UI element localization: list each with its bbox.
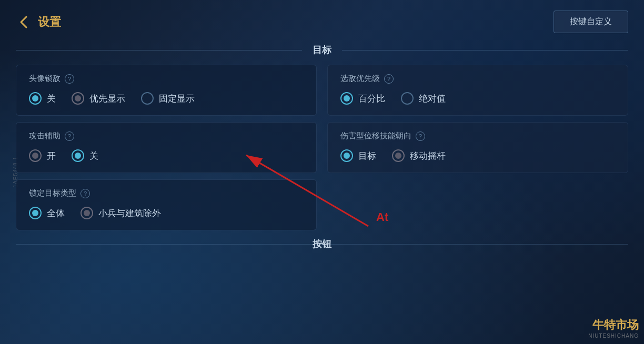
head-lock-radio-fixed [141, 92, 154, 105]
attack-assist-option-on[interactable]: 开 [29, 149, 56, 162]
lock-target-type-radio-group: 全体 小兵与建筑除外 [29, 207, 304, 219]
head-lock-option-priority[interactable]: 优先显示 [72, 92, 125, 105]
head-lock-priority-label: 优先显示 [89, 93, 125, 105]
target-priority-percent-label: 百分比 [358, 93, 385, 105]
head-lock-option-off[interactable]: 关 [29, 92, 56, 105]
attack-assist-help-icon[interactable]: ? [65, 131, 74, 141]
damage-skill-dir-target-label: 目标 [358, 150, 376, 162]
attack-assist-block: 攻击辅助 ? 开 关 [16, 122, 317, 173]
attack-assist-radio-on [29, 149, 42, 162]
damage-skill-dir-joystick-label: 移动摇杆 [410, 150, 446, 162]
lock-target-all-radio [29, 207, 42, 219]
right-column: 选敌优先级 ? 百分比 绝对值 伤害型位移技能朝向 [327, 65, 628, 230]
head-lock-help-icon[interactable]: ? [65, 74, 74, 84]
button-section-title: 按钮 [16, 238, 628, 250]
head-lock-option-fixed[interactable]: 固定显示 [141, 92, 195, 105]
target-priority-radio-group: 百分比 绝对值 [340, 92, 615, 105]
damage-skill-dir-block: 伤害型位移技能朝向 ? 目标 移动摇杆 [327, 122, 628, 173]
lock-target-type-block: 锁定目标类型 ? 全体 小兵与建筑除外 [16, 179, 317, 230]
damage-skill-dir-target[interactable]: 目标 [340, 149, 376, 162]
head-lock-block: 头像锁敌 ? 关 优先显示 固定显示 [16, 65, 317, 116]
head-lock-radio-group: 关 优先显示 固定显示 [29, 92, 304, 105]
watermark-sub: NIUTESHICHANG [588, 333, 639, 339]
attack-assist-on-label: 开 [47, 150, 56, 162]
damage-skill-dir-help-icon[interactable]: ? [416, 131, 425, 141]
target-priority-absolute-radio [401, 92, 414, 105]
head-lock-label: 头像锁敌 ? [29, 74, 304, 84]
attack-assist-off-label: 关 [89, 150, 98, 162]
damage-skill-dir-label: 伤害型位移技能朝向 ? [340, 131, 615, 141]
damage-skill-dir-target-radio [340, 149, 353, 162]
attack-assist-radio-off [72, 149, 84, 162]
settings-title: 设置 [38, 14, 61, 30]
head-lock-fixed-label: 固定显示 [159, 93, 195, 105]
bottom-area: 按钮 [16, 238, 628, 250]
target-priority-block: 选敌优先级 ? 百分比 绝对值 [327, 65, 628, 116]
target-priority-percent[interactable]: 百分比 [340, 92, 385, 105]
target-section-title-row: 目标 [16, 44, 628, 56]
header: 设置 按键自定义 [16, 11, 628, 33]
head-lock-off-label: 关 [47, 93, 56, 105]
left-column: 头像锁敌 ? 关 优先显示 固定显示 [16, 65, 317, 230]
head-lock-radio-priority [72, 92, 84, 105]
head-lock-radio-off [29, 92, 42, 105]
lock-target-all[interactable]: 全体 [29, 207, 65, 219]
target-priority-absolute-label: 绝对值 [419, 93, 446, 105]
damage-skill-dir-joystick-radio [392, 149, 405, 162]
attack-assist-option-off[interactable]: 关 [72, 149, 98, 162]
target-priority-absolute[interactable]: 绝对值 [401, 92, 446, 105]
lock-target-all-label: 全体 [47, 207, 65, 219]
lock-target-type-label: 锁定目标类型 ? [29, 188, 304, 198]
back-icon [16, 14, 33, 31]
damage-skill-dir-joystick[interactable]: 移动摇杆 [392, 149, 446, 162]
back-button[interactable]: 设置 [16, 14, 61, 31]
attack-assist-label: 攻击辅助 ? [29, 131, 304, 141]
lock-target-exclude-radio [80, 207, 93, 219]
target-priority-label: 选敌优先级 ? [340, 74, 615, 84]
watermark-bottom-right: 牛特市场 NIUTESHICHANG [588, 317, 639, 339]
attack-assist-radio-group: 开 关 [29, 149, 304, 162]
key-customize-button[interactable]: 按键自定义 [554, 11, 628, 33]
target-priority-percent-radio [340, 92, 353, 105]
settings-grid: 头像锁敌 ? 关 优先显示 固定显示 [16, 65, 628, 230]
lock-target-exclude-label: 小兵与建筑除外 [98, 207, 161, 219]
target-section-title: 目标 [313, 44, 331, 56]
lock-target-type-help-icon[interactable]: ? [80, 189, 90, 198]
lock-target-exclude-minion[interactable]: 小兵与建筑除外 [80, 207, 161, 219]
target-priority-help-icon[interactable]: ? [384, 74, 394, 84]
main-container: 设置 按键自定义 目标 头像锁敌 ? 关 [0, 0, 644, 344]
watermark-brand: 牛特市场 [588, 317, 639, 333]
button-section-title-row: 按钮 [16, 238, 628, 250]
damage-skill-dir-radio-group: 目标 移动摇杆 [340, 149, 615, 162]
